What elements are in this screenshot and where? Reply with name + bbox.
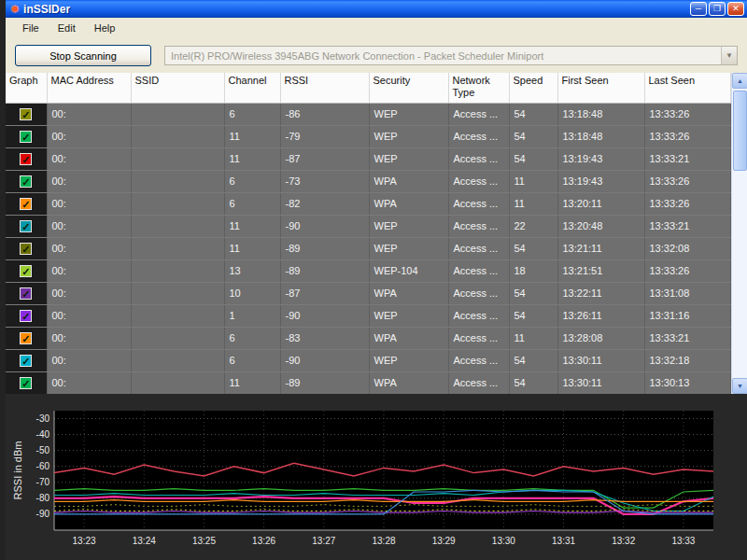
graph-checkbox-icon[interactable]: ✓	[20, 108, 32, 120]
mac-address-cell: 00:	[47, 192, 131, 215]
table-row[interactable]: ✓00:6-90WEPAccess ...5413:30:1113:32:18	[6, 349, 731, 371]
graph-cell: ✓	[6, 170, 47, 192]
scrollbar-thumb[interactable]	[733, 91, 747, 171]
security-cell: WEP-104	[369, 259, 448, 282]
table-row[interactable]: ✓00:11-89WEPAccess ...5413:21:1113:32:08	[6, 237, 731, 259]
stop-scanning-button[interactable]: Stop Scanning	[15, 45, 151, 66]
column-header-network-type[interactable]: Network Type	[448, 73, 509, 103]
network-type-cell: Access ...	[448, 215, 509, 237]
table-row[interactable]: ✓00:6-73WPAAccess ...1113:19:4313:33:26	[6, 170, 731, 192]
network-type-cell: Access ...	[448, 125, 509, 147]
security-cell: WEP	[369, 125, 448, 147]
speed-cell: 54	[509, 371, 557, 394]
graph-checkbox-icon[interactable]: ✓	[20, 377, 32, 389]
svg-text:-40: -40	[36, 429, 50, 440]
column-header-graph[interactable]: Graph	[6, 73, 47, 103]
app-icon: ✹	[10, 4, 20, 15]
table-row[interactable]: ✓00:11-89WPAAccess ...5413:30:1113:30:13	[6, 371, 731, 394]
graph-checkbox-icon[interactable]: ✓	[20, 332, 32, 344]
column-header-speed[interactable]: Speed	[509, 73, 557, 103]
ssid-cell	[131, 192, 224, 215]
mac-address-cell: 00:	[47, 349, 131, 371]
maximize-button[interactable]: ❐	[709, 2, 726, 16]
column-header-mac-address[interactable]: MAC Address	[47, 73, 131, 103]
titlebar[interactable]: ✹ inSSIDer ─ ❐ ✕	[6, 0, 747, 18]
table-scrollbar[interactable]: ▲ ▼	[731, 73, 747, 394]
rssi-cell: -87	[280, 147, 369, 170]
last-seen-cell: 13:33:26	[644, 259, 731, 282]
menu-edit[interactable]: Edit	[49, 20, 85, 36]
close-button[interactable]: ✕	[727, 2, 744, 16]
scroll-up-icon[interactable]: ▲	[732, 73, 747, 89]
ssid-cell	[131, 349, 224, 371]
speed-cell: 11	[509, 327, 557, 349]
graph-checkbox-icon[interactable]: ✓	[20, 265, 32, 277]
column-header-rssi[interactable]: RSSI	[280, 73, 369, 103]
network-table-header-row: GraphMAC AddressSSIDChannelRSSISecurityN…	[6, 73, 731, 103]
column-header-first-seen[interactable]: First Seen	[557, 73, 644, 103]
table-row[interactable]: ✓00:6-83WPAAccess ...1113:28:0813:33:21	[6, 327, 731, 349]
table-row[interactable]: ✓00:13-89WEP-104Access ...1813:21:5113:3…	[6, 259, 731, 282]
security-cell: WPA	[369, 192, 448, 215]
svg-text:13:24: 13:24	[133, 536, 156, 546]
ssid-cell	[131, 259, 224, 282]
svg-text:-50: -50	[36, 445, 50, 455]
graph-checkbox-icon[interactable]: ✓	[20, 287, 32, 300]
table-row[interactable]: ✓00:11-90WEPAccess ...2213:20:4813:33:21	[6, 215, 731, 237]
graph-checkbox-icon[interactable]: ✓	[20, 131, 32, 143]
channel-cell: 11	[224, 371, 280, 394]
graph-cell: ✓	[6, 215, 47, 237]
svg-text:13:23: 13:23	[73, 536, 96, 546]
network-type-cell: Access ...	[448, 371, 509, 394]
svg-text:-60: -60	[36, 461, 50, 471]
graph-checkbox-icon[interactable]: ✓	[20, 243, 32, 255]
menu-file[interactable]: File	[13, 20, 49, 36]
first-seen-cell: 13:18:48	[557, 103, 644, 125]
svg-text:13:29: 13:29	[432, 536, 456, 546]
menu-help[interactable]: Help	[85, 20, 125, 36]
last-seen-cell: 13:33:26	[644, 125, 731, 147]
last-seen-cell: 13:30:13	[644, 371, 731, 394]
rssi-cell: -90	[280, 349, 369, 371]
graph-checkbox-icon[interactable]: ✓	[20, 198, 32, 210]
table-row[interactable]: ✓00:6-86WEPAccess ...5413:18:4813:33:26	[6, 103, 731, 125]
chevron-down-icon[interactable]: ▼	[721, 47, 737, 64]
graph-cell: ✓	[6, 147, 47, 170]
graph-cell: ✓	[6, 282, 47, 304]
network-table-body: ✓00:6-86WEPAccess ...5413:18:4813:33:26✓…	[6, 103, 731, 394]
minimize-button[interactable]: ─	[690, 2, 707, 16]
rssi-chart-panel: -30-40-50-60-70-80-9013:2313:2413:2513:2…	[6, 394, 747, 560]
speed-cell: 54	[509, 125, 557, 147]
network-type-cell: Access ...	[448, 282, 509, 304]
column-header-channel[interactable]: Channel	[224, 73, 280, 103]
rssi-cell: -73	[280, 170, 369, 192]
first-seen-cell: 13:20:11	[557, 192, 644, 215]
scroll-down-icon[interactable]: ▼	[732, 378, 747, 394]
toolbar: Stop Scanning Intel(R) PRO/Wireless 3945…	[6, 38, 747, 73]
network-table-area: GraphMAC AddressSSIDChannelRSSISecurityN…	[6, 73, 747, 394]
first-seen-cell: 13:21:11	[557, 237, 644, 259]
ssid-cell	[131, 125, 224, 147]
graph-checkbox-icon[interactable]: ✓	[20, 310, 32, 322]
mac-address-cell: 00:	[47, 103, 131, 125]
table-row[interactable]: ✓00:11-87WEPAccess ...5413:19:4313:33:21	[6, 147, 731, 170]
graph-checkbox-icon[interactable]: ✓	[20, 153, 32, 165]
graph-checkbox-icon[interactable]: ✓	[20, 220, 32, 232]
table-row[interactable]: ✓00:6-82WPAAccess ...1113:20:1113:33:26	[6, 192, 731, 215]
last-seen-cell: 13:33:21	[644, 327, 731, 349]
column-header-last-seen[interactable]: Last Seen	[644, 73, 731, 103]
table-row[interactable]: ✓00:1-90WEPAccess ...5413:26:1113:31:16	[6, 304, 731, 327]
svg-text:-80: -80	[36, 493, 50, 503]
first-seen-cell: 13:28:08	[557, 327, 644, 349]
column-header-security[interactable]: Security	[369, 73, 448, 103]
security-cell: WEP	[369, 103, 448, 125]
network-type-cell: Access ...	[448, 103, 509, 125]
table-row[interactable]: ✓00:11-79WEPAccess ...5413:18:4813:33:26	[6, 125, 731, 147]
channel-cell: 10	[224, 282, 280, 304]
first-seen-cell: 13:19:43	[557, 147, 644, 170]
column-header-ssid[interactable]: SSID	[131, 73, 224, 103]
adapter-select[interactable]: Intel(R) PRO/Wireless 3945ABG Network Co…	[164, 46, 738, 65]
table-row[interactable]: ✓00:10-87WPAAccess ...5413:22:1113:31:08	[6, 282, 731, 304]
graph-checkbox-icon[interactable]: ✓	[20, 175, 32, 188]
graph-checkbox-icon[interactable]: ✓	[20, 355, 32, 367]
